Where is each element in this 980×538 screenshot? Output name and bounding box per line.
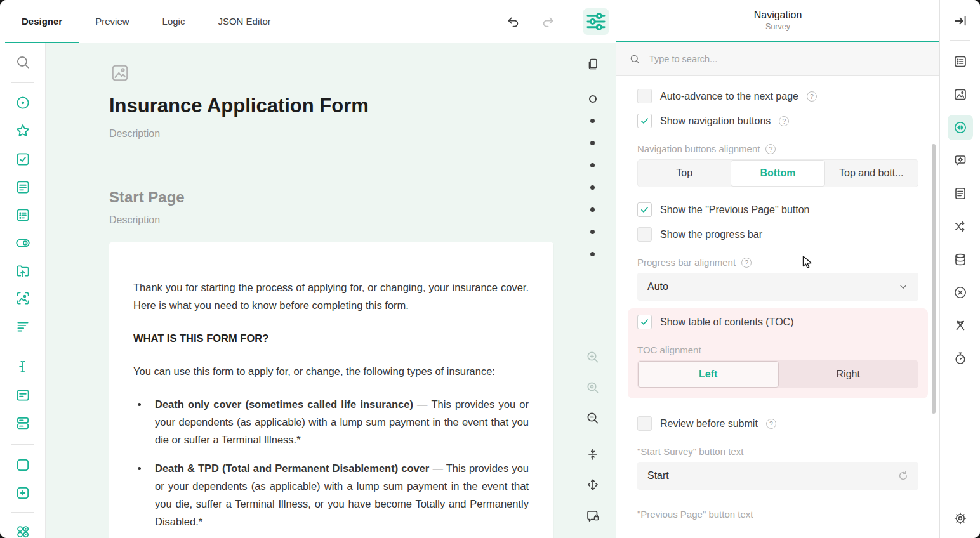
view-tabs: Designer Preview Logic JSON Editor [5, 0, 288, 43]
toolbox-item-multiselect-dropdown[interactable] [11, 204, 34, 226]
survey-description[interactable]: Description [109, 127, 553, 141]
section-heading: WHAT IS THIS FORM FOR? [133, 331, 529, 346]
toolbox-item-radiogroup[interactable] [11, 91, 34, 114]
page-navigator-dot[interactable] [590, 252, 595, 256]
toc-alignment-right[interactable]: Right [779, 361, 918, 388]
checkbox-checked-icon[interactable] [637, 202, 652, 217]
tab-json-editor-label: JSON Editor [218, 16, 270, 27]
checkbox-unchecked-icon[interactable] [637, 416, 652, 431]
zoom-in-button[interactable] [585, 350, 600, 365]
toolbox-item-single-line-input[interactable] [11, 355, 34, 378]
toolbox-item-file-upload[interactable] [11, 259, 34, 282]
tab-preview[interactable]: Preview [79, 0, 145, 43]
page-selector-button[interactable] [585, 56, 600, 72]
review-before-submit-row[interactable]: Review before submit [637, 416, 918, 431]
redo-button[interactable] [536, 10, 559, 33]
intro-paragraph: Thank you for starting the process of ap… [133, 279, 529, 314]
toc-alignment-segmented: Left Right [637, 360, 918, 388]
help-icon[interactable] [779, 116, 789, 126]
page-navigator-dot[interactable] [590, 163, 595, 167]
help-icon[interactable] [765, 144, 776, 154]
tab-logic-flow[interactable] [948, 214, 973, 239]
undo-icon [506, 14, 521, 29]
toolbox-divider [11, 346, 34, 346]
page-description[interactable]: Description [109, 213, 553, 227]
list-item: Death & TPD (Total and Permanent Disable… [149, 459, 529, 530]
tab-designer[interactable]: Designer [5, 0, 79, 43]
nav-alignment-top[interactable]: Top [638, 160, 731, 187]
ranking-icon [15, 318, 31, 335]
database-icon [953, 252, 968, 267]
toolbox-search-button[interactable] [11, 51, 34, 74]
checkbox-unchecked-icon[interactable] [637, 89, 652, 103]
tab-property-grid[interactable] [948, 49, 973, 74]
tab-json-document[interactable] [948, 181, 973, 206]
dynamic-panel-icon [15, 485, 31, 501]
reset-value-icon[interactable] [897, 469, 910, 482]
zoom-reset-button[interactable] [585, 380, 600, 395]
checkbox-checked-icon[interactable] [637, 114, 652, 128]
html-question-card[interactable]: Thank you for starting the process of ap… [109, 242, 553, 538]
toolbox-item-matrix[interactable] [11, 520, 34, 538]
checkbox-checked-icon[interactable] [637, 315, 652, 329]
page-title[interactable]: Start Page [109, 188, 553, 207]
undo-button[interactable] [502, 10, 525, 33]
long-text-icon [15, 387, 31, 404]
tab-validation[interactable] [948, 280, 973, 305]
help-icon[interactable] [766, 419, 776, 429]
page-navigator-dot[interactable] [590, 185, 595, 190]
toolbox-item-ranking[interactable] [11, 315, 34, 338]
tab-data[interactable] [948, 247, 973, 272]
help-icon[interactable] [807, 91, 817, 102]
toolbox-item-dropdown[interactable] [11, 176, 34, 199]
start-button-text-input[interactable] [647, 470, 897, 482]
tab-timer[interactable] [948, 346, 973, 371]
tab-navigation-active[interactable] [948, 115, 973, 140]
properties-scrollbar[interactable] [932, 144, 936, 414]
toolbox-divider [11, 82, 34, 83]
page-navigator-dot[interactable] [590, 207, 595, 212]
toolbox-item-panel[interactable] [11, 454, 34, 476]
panel-settings-button[interactable] [948, 506, 973, 531]
nav-alignment-bottom[interactable]: Bottom [731, 160, 824, 187]
checkbox-unchecked-icon[interactable] [637, 227, 652, 242]
tab-logic[interactable]: Logic [146, 0, 202, 43]
toolbox-item-dynamic-panel[interactable] [11, 482, 34, 504]
expand-drag-button[interactable] [585, 477, 600, 492]
collapse-panel-button[interactable] [948, 8, 973, 34]
toolbox-item-boolean[interactable] [11, 232, 34, 254]
collapse-all-button[interactable] [585, 447, 600, 462]
show-nav-buttons-row[interactable]: Show navigation buttons [637, 114, 918, 128]
auto-advance-row[interactable]: Auto-advance to the next page [637, 89, 918, 103]
toolbox-item-rating[interactable] [11, 119, 34, 142]
page-navigator-dot[interactable] [590, 230, 595, 234]
zoom-out-button[interactable] [585, 410, 600, 426]
toolbox-item-image-picker[interactable] [11, 287, 34, 310]
logo-placeholder[interactable] [109, 62, 131, 84]
move-arrows-icon [585, 477, 600, 492]
locked-comments-button[interactable] [585, 508, 600, 523]
show-prev-row[interactable]: Show the "Previous Page" button [637, 202, 918, 217]
show-toc-row[interactable]: Show table of contents (TOC) [637, 315, 918, 329]
tab-json-editor[interactable]: JSON Editor [201, 0, 287, 43]
creator-settings-button[interactable] [583, 8, 609, 35]
page-navigator-current[interactable] [589, 95, 597, 103]
tab-theme[interactable] [948, 82, 973, 107]
collapse-vertical-icon [585, 447, 600, 462]
toolbox-item-checkbox[interactable] [11, 148, 34, 171]
toolbar-actions [502, 0, 609, 43]
toolbox-item-multiple-textboxes[interactable] [11, 412, 34, 435]
page-navigator-dot[interactable] [590, 119, 595, 123]
tab-flags[interactable] [948, 313, 973, 338]
zoom-100-icon [585, 380, 600, 395]
tab-translation[interactable] [948, 148, 973, 173]
nav-alignment-top-and-bottom[interactable]: Top and bott... [825, 160, 918, 187]
toolbox-item-long-text[interactable] [11, 384, 34, 407]
progress-alignment-dropdown[interactable]: Auto [637, 273, 918, 301]
show-progress-row[interactable]: Show the progress bar [637, 227, 918, 242]
properties-search-input[interactable] [649, 54, 927, 64]
page-navigator-dot[interactable] [590, 141, 595, 145]
survey-title[interactable]: Insurance Application Form [109, 94, 553, 118]
help-icon[interactable] [741, 258, 752, 268]
toc-alignment-left[interactable]: Left [638, 361, 779, 388]
